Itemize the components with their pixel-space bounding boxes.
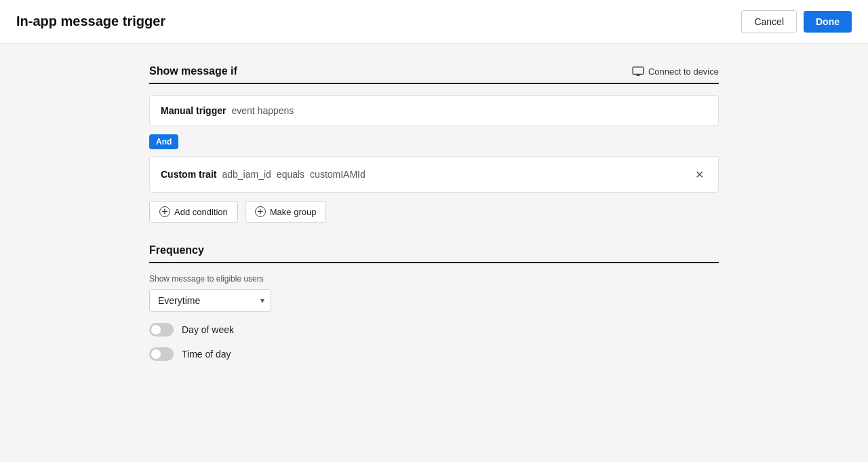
- close-icon: ✕: [695, 168, 704, 181]
- add-condition-label: Add condition: [174, 207, 228, 217]
- connect-device-button[interactable]: Connect to device: [632, 66, 719, 77]
- time-of-day-toggle-row: Time of day: [149, 347, 719, 361]
- day-of-week-toggle[interactable]: [149, 323, 174, 336]
- condition-row: Custom trait adb_iam_id equals customIAM…: [149, 156, 719, 193]
- add-condition-button[interactable]: + Add condition: [149, 201, 238, 223]
- make-group-label: Make group: [270, 207, 317, 217]
- frequency-select-wrap: Everytime Once Until clicked ▾: [149, 289, 271, 312]
- trigger-label: Manual trigger: [161, 105, 226, 116]
- connect-device-label: Connect to device: [648, 66, 719, 77]
- frequency-header: Frequency: [149, 244, 719, 263]
- time-of-day-label: Time of day: [182, 349, 231, 360]
- time-of-day-slider: [149, 347, 174, 361]
- main-content: Show message if Connect to device Manual…: [0, 43, 868, 462]
- cancel-button[interactable]: Cancel: [741, 10, 797, 33]
- condition-label: Custom trait: [161, 169, 216, 180]
- make-group-button[interactable]: + Make group: [245, 201, 327, 223]
- show-message-title: Show message if: [149, 65, 237, 77]
- condition-operator: equals: [277, 169, 304, 180]
- app-header: In-app message trigger Cancel Done: [0, 0, 868, 43]
- frequency-title: Frequency: [149, 244, 204, 256]
- time-of-day-toggle[interactable]: [149, 347, 174, 361]
- condition-action-buttons: + Add condition + Make group: [149, 201, 719, 223]
- condition-field: adb_iam_id: [222, 169, 271, 180]
- header-actions: Cancel Done: [741, 10, 852, 33]
- remove-condition-button[interactable]: ✕: [691, 166, 707, 182]
- frequency-sublabel: Show message to eligible users: [149, 274, 719, 284]
- add-condition-plus-icon: +: [159, 206, 170, 217]
- monitor-icon: [632, 66, 644, 76]
- and-badge: And: [149, 134, 178, 149]
- day-of-week-label: Day of week: [182, 324, 234, 335]
- frequency-section: Frequency Show message to eligible users…: [149, 244, 719, 361]
- frequency-select[interactable]: Everytime Once Until clicked: [149, 289, 271, 312]
- trigger-value: event happens: [231, 105, 294, 116]
- done-button[interactable]: Done: [804, 11, 852, 33]
- trigger-row: Manual trigger event happens: [149, 95, 719, 126]
- day-of-week-slider: [149, 323, 174, 336]
- show-message-section: Show message if Connect to device Manual…: [149, 65, 719, 223]
- day-of-week-toggle-row: Day of week: [149, 323, 719, 336]
- make-group-plus-icon: +: [255, 206, 266, 217]
- condition-value: customIAMId: [310, 169, 366, 180]
- show-message-header: Show message if Connect to device: [149, 65, 719, 84]
- svg-rect-0: [633, 67, 644, 75]
- page-title: In-app message trigger: [16, 14, 165, 29]
